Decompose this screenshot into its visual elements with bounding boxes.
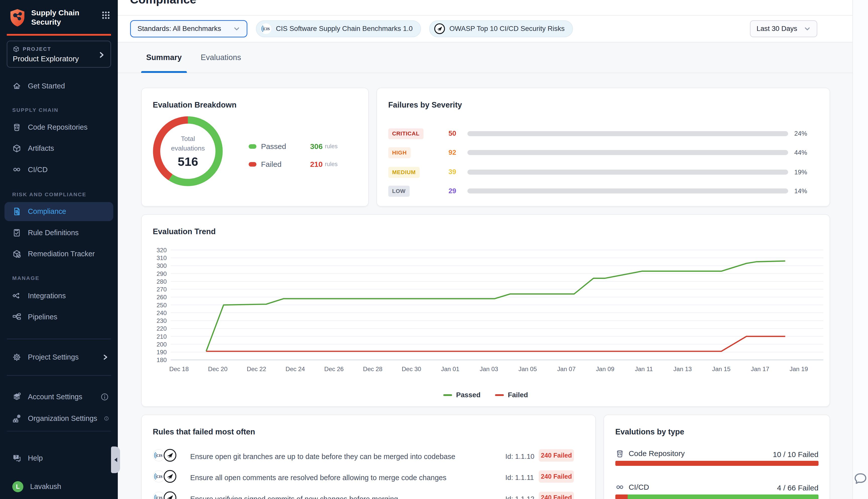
severity-badge: HIGH: [388, 147, 411, 158]
owasp-icon: [434, 23, 446, 35]
chevron-right-icon: [98, 51, 105, 61]
chip-label: OWASP Top 10 CI/CD Security Risks: [449, 25, 565, 33]
date-range-value: Last 30 Days: [756, 25, 797, 33]
sidebar-item-label: Pipelines: [28, 313, 57, 321]
date-range-select[interactable]: Last 30 Days: [750, 20, 817, 37]
severity-row-medium: MEDIUM 39 19%: [388, 166, 819, 178]
project-name: Product Exploratory: [13, 54, 105, 63]
severity-row-low: LOW 29 14%: [388, 185, 819, 197]
gear-icon: [12, 353, 21, 362]
filter-bar: Standards: All Benchmarks CIS CIS Softwa…: [118, 15, 868, 42]
svg-text:310: 310: [157, 255, 167, 261]
chat-bubble-icon[interactable]: [853, 472, 868, 489]
tab-summary[interactable]: Summary: [141, 42, 187, 73]
svg-text:Jan 01: Jan 01: [441, 366, 459, 373]
rule-row[interactable]: CIS Ensure verifying signed commits of n…: [153, 491, 584, 499]
svg-text:190: 190: [157, 349, 167, 355]
standards-filter-select[interactable]: Standards: All Benchmarks: [130, 20, 248, 37]
failed-count: 210: [310, 160, 323, 169]
sidebar-item-cicd[interactable]: CI/CD: [0, 160, 118, 179]
legend-failed: Failed 210 rules: [249, 160, 337, 169]
chevron-right-icon: [102, 353, 109, 361]
sidebar-item-pipelines[interactable]: Pipelines: [0, 307, 118, 327]
severity-count: 92: [441, 148, 464, 157]
svg-text:Dec 18: Dec 18: [169, 366, 189, 373]
sidebar-accent-line: [7, 34, 111, 36]
sidebar-item-rule-definitions[interactable]: Rule Definitions: [0, 223, 118, 242]
benchmark-chip-cis[interactable]: CIS CIS Software Supply Chain Benchmarks…: [256, 20, 421, 37]
sidebar-item-label: Account Settings: [28, 393, 82, 401]
sidebar-item-get-started[interactable]: Get Started: [0, 76, 118, 96]
page-title-bar: Compliance: [118, 0, 868, 15]
sidebar-item-label: Integrations: [28, 292, 66, 300]
rule-text: Ensure open git branches are up to date …: [190, 452, 455, 461]
help-chat-icon: ?: [12, 454, 21, 463]
svg-text:210: 210: [157, 333, 167, 340]
info-icon: [104, 414, 109, 423]
sidebar-item-account-settings[interactable]: Account Settings: [0, 387, 118, 406]
rule-id: Id: 1.1.11: [505, 474, 534, 482]
app-grid-icon[interactable]: [102, 11, 110, 21]
rules-failed-card: Rules that failed most often CIS: [141, 415, 596, 499]
svg-text:CIS: CIS: [157, 496, 162, 499]
sidebar-item-code-repositories[interactable]: Code Repositories: [0, 118, 118, 137]
svg-text:230: 230: [157, 317, 167, 324]
card-title: Evalutions by type: [615, 427, 684, 436]
type-label: Code Repository: [629, 449, 685, 458]
cicd-infinity-icon: [12, 165, 21, 174]
project-selector[interactable]: PROJECT Product Exploratory: [7, 41, 111, 68]
rule-definitions-clipboard-icon: [12, 228, 21, 237]
benchmark-chip-owasp[interactable]: OWASP Top 10 CI/CD Security Risks: [429, 20, 573, 37]
rule-row[interactable]: CIS Ensure all open comments are resolve…: [153, 470, 584, 487]
svg-text:?: ?: [15, 455, 17, 459]
sidebar-item-help[interactable]: ? Help: [0, 449, 118, 468]
home-icon: [12, 82, 21, 90]
severity-row-high: HIGH 92 44%: [388, 147, 819, 159]
svg-text:Dec 28: Dec 28: [363, 366, 382, 373]
failures-by-severity-card: Failures by Severity CRITICAL 50 24% HIG…: [376, 88, 830, 207]
rule-id: Id: 1.1.10: [505, 452, 534, 461]
rule-row[interactable]: CIS Ensure open git branches are up to d…: [153, 449, 584, 465]
sidebar-item-compliance[interactable]: Compliance: [4, 202, 113, 221]
svg-text:Jan 05: Jan 05: [518, 366, 537, 373]
sidebar-item-project-settings[interactable]: Project Settings: [0, 348, 118, 367]
compliance-document-icon: [12, 207, 21, 216]
svg-text:Dec 30: Dec 30: [401, 366, 421, 373]
content: Evaluation Breakdown Totalevaluations 51…: [118, 73, 868, 499]
info-icon: [100, 393, 109, 401]
sidebar-user[interactable]: L Lavakush: [0, 477, 118, 496]
sidebar-item-organization-settings[interactable]: Organization Settings: [0, 409, 118, 428]
donut-center: Totalevaluations 516: [153, 116, 223, 186]
user-name: Lavakush: [30, 483, 61, 491]
svg-text:270: 270: [157, 286, 167, 293]
scrollbar-gutter[interactable]: [853, 0, 868, 499]
card-title: Failures by Severity: [388, 100, 462, 110]
sidebar-collapse-handle[interactable]: [111, 447, 120, 473]
severity-bar: [468, 150, 788, 155]
sidebar-item-label: Compliance: [28, 207, 66, 216]
severity-count: 29: [441, 187, 464, 195]
trend-legend: Passed Failed: [142, 391, 830, 399]
sidebar-divider: [7, 431, 111, 431]
svg-text:280: 280: [157, 278, 167, 285]
card-title: Evaluation Breakdown: [153, 100, 236, 110]
sidebar-item-artifacts[interactable]: Artifacts: [0, 139, 118, 158]
sidebar-item-label: Code Repositories: [28, 123, 87, 131]
severity-row-critical: CRITICAL 50 24%: [388, 127, 819, 139]
sidebar-item-remediation-tracker[interactable]: Remediation Tracker: [0, 244, 118, 264]
type-value: 10 / 10 Failed: [773, 450, 819, 459]
card-title: Rules that failed most often: [153, 427, 255, 436]
integrations-icon: [12, 291, 21, 300]
page-title: Compliance: [130, 0, 196, 6]
cicd-infinity-icon: [615, 483, 624, 492]
shield-logo-icon: [9, 8, 26, 30]
severity-badge: LOW: [388, 186, 410, 197]
rule-failed-badge: 240 Failed: [539, 470, 574, 483]
total-evaluations-value: 516: [178, 155, 198, 169]
app-title: Supply Chain Security: [31, 8, 87, 27]
pipelines-icon: [12, 313, 21, 321]
severity-bar: [468, 131, 788, 136]
svg-text:220: 220: [157, 325, 167, 332]
sidebar-item-integrations[interactable]: Integrations: [0, 286, 118, 305]
tab-evaluations[interactable]: Evaluations: [196, 42, 246, 73]
